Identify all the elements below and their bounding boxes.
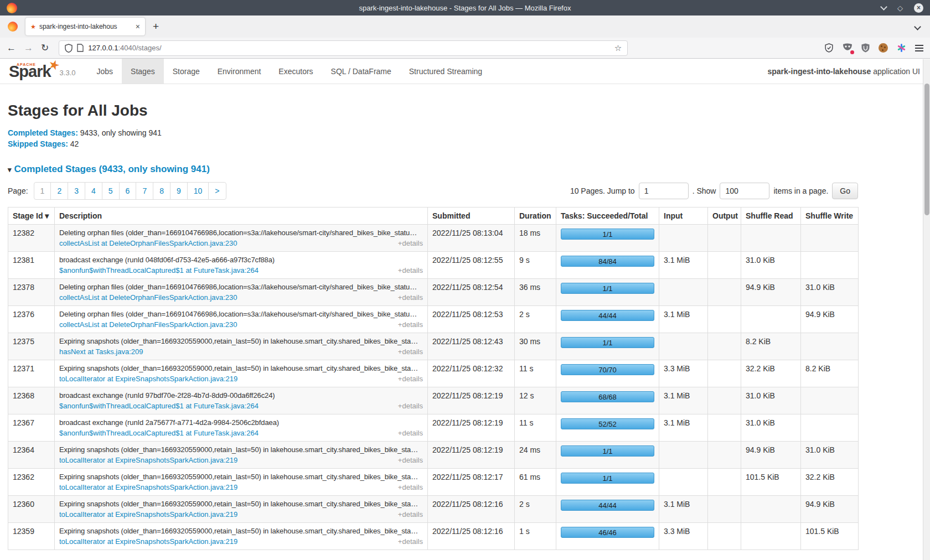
url-bar[interactable]: 127.0.0.1:4040/stages/ ☆ [59, 40, 628, 56]
stage-detail-link[interactable]: collectAsList at DeleteOrphanFilesSparkA… [59, 293, 237, 302]
tab-close-icon[interactable]: × [136, 22, 140, 31]
stage-detail-link[interactable]: collectAsList at DeleteOrphanFilesSparkA… [59, 239, 237, 247]
window-minimize-icon[interactable] [880, 3, 887, 11]
details-toggle[interactable]: +details [398, 402, 423, 410]
stage-detail-link[interactable]: toLocalIterator at ExpireSnapshotsSparkA… [59, 375, 237, 383]
page-button-4[interactable]: 4 [85, 182, 102, 200]
nav-tab-structured-streaming[interactable]: Structured Streaming [400, 59, 491, 84]
stage-detail-link[interactable]: $anonfun$withThreadLocalCaptured$1 at Fu… [59, 402, 259, 410]
privacy-mask-extension-icon[interactable] [843, 43, 852, 53]
column-header-duration[interactable]: Duration [515, 208, 556, 225]
page-button-6[interactable]: 6 [119, 182, 137, 200]
details-toggle[interactable]: +details [398, 239, 423, 247]
nav-tab-sql-dataframe[interactable]: SQL / DataFrame [322, 59, 400, 84]
column-header-input[interactable]: Input [659, 208, 708, 225]
ublock-shield-icon[interactable] [861, 43, 870, 53]
column-header-submitted[interactable]: Submitted [428, 208, 515, 225]
page-size-input[interactable] [720, 183, 769, 199]
stage-id-cell: 12378 [8, 279, 55, 306]
completed-stages-link[interactable]: Completed Stages: [8, 128, 78, 137]
column-header-description[interactable]: Description [55, 208, 428, 225]
shuffle-write-cell [801, 252, 859, 279]
input-cell [659, 442, 708, 469]
stage-detail-link[interactable]: hasNext at Tasks.java:209 [59, 348, 143, 356]
page-button-2[interactable]: 2 [50, 182, 68, 200]
back-button[interactable]: ← [7, 43, 16, 53]
tasks-cell: 1/1 [556, 279, 659, 306]
page-button-3[interactable]: 3 [68, 182, 85, 200]
bookmark-star-icon[interactable]: ☆ [614, 43, 622, 53]
menu-icon[interactable] [915, 45, 923, 51]
container-asterisk-icon[interactable] [897, 43, 906, 53]
details-toggle[interactable]: +details [398, 483, 423, 491]
duration-cell: 36 ms [515, 279, 556, 306]
column-header-tasks-succeeded-total[interactable]: Tasks: Succeeded/Total [556, 208, 659, 225]
cookie-extension-icon[interactable] [879, 43, 888, 53]
stage-detail-link[interactable]: toLocalIterator at ExpireSnapshotsSparkA… [59, 456, 237, 464]
details-toggle[interactable]: +details [398, 293, 423, 302]
shuffle-read-cell [741, 225, 801, 252]
column-header-stage-id[interactable]: Stage Id ▾ [8, 208, 55, 225]
description-cell: broadcast exchange (runId 2a75677f-a771-… [55, 414, 428, 442]
stage-detail-link[interactable]: toLocalIterator at ExpireSnapshotsSparkA… [59, 483, 237, 491]
column-header-output[interactable]: Output [708, 208, 741, 225]
page-info-icon[interactable] [77, 44, 84, 52]
tasks-progress-bar: 1/1 [561, 337, 654, 348]
duration-cell: 18 ms [515, 225, 556, 252]
shuffle-write-cell [801, 225, 859, 252]
output-cell [708, 306, 741, 333]
completed-stages-section-header[interactable]: ▾ Completed Stages (9433, only showing 9… [8, 164, 930, 175]
stage-detail-link[interactable]: $anonfun$withThreadLocalCaptured$1 at Fu… [59, 429, 259, 437]
nav-tab-storage[interactable]: Storage [164, 59, 209, 84]
nav-tab-environment[interactable]: Environment [209, 59, 270, 84]
forward-button[interactable]: → [24, 43, 33, 53]
page-button->[interactable]: > [208, 182, 226, 200]
details-toggle[interactable]: +details [398, 429, 423, 437]
page-button-7[interactable]: 7 [136, 182, 153, 200]
firefox-view-icon[interactable] [8, 22, 18, 32]
nav-tab-stages[interactable]: Stages [122, 59, 164, 84]
stage-detail-link[interactable]: toLocalIterator at ExpireSnapshotsSparkA… [59, 510, 237, 518]
page-button-5[interactable]: 5 [102, 182, 120, 200]
spark-logo[interactable]: APACHE Spark★ 3.3.0 [0, 59, 80, 84]
stage-detail-link[interactable]: collectAsList at DeleteOrphanFilesSparkA… [59, 320, 237, 329]
details-toggle[interactable]: +details [398, 348, 423, 356]
go-button[interactable]: Go [832, 183, 858, 199]
window-maximize-icon[interactable]: ◇ [897, 4, 903, 12]
stage-description: Expiring snapshots (older_than=166932055… [59, 364, 423, 372]
page-button-1[interactable]: 1 [34, 182, 51, 200]
details-toggle[interactable]: +details [398, 456, 423, 464]
details-toggle[interactable]: +details [398, 375, 423, 383]
column-header-shuffle-write[interactable]: Shuffle Write [801, 208, 859, 225]
shuffle-write-cell: 31.0 KiB [801, 279, 859, 306]
details-toggle[interactable]: +details [398, 320, 423, 329]
column-header-shuffle-read[interactable]: Shuffle Read [741, 208, 801, 225]
tasks-progress-bar: 68/68 [561, 391, 654, 402]
page-button-8[interactable]: 8 [153, 182, 170, 200]
window-close-icon[interactable]: × [914, 3, 923, 13]
permissions-shield-icon[interactable] [65, 44, 73, 53]
reload-button[interactable]: ↻ [41, 43, 49, 53]
jump-to-input[interactable] [639, 183, 689, 199]
shuffle-read-cell: 31.0 KiB [741, 414, 801, 442]
shuffle-write-cell: 94.9 KiB [801, 496, 859, 523]
page-button-10[interactable]: 10 [187, 182, 209, 200]
details-toggle[interactable]: +details [398, 510, 423, 518]
shuffle-write-cell: 8.2 KiB [801, 360, 859, 387]
stage-detail-link[interactable]: toLocalIterator at ExpireSnapshotsSparkA… [59, 537, 237, 546]
details-toggle[interactable]: +details [398, 266, 423, 274]
skipped-stages-link[interactable]: Skipped Stages: [8, 139, 68, 148]
page-scrollbar[interactable] [923, 59, 930, 560]
table-row: 12381 broadcast exchange (runId 048fd06f… [8, 252, 859, 279]
tasks-progress-bar: 52/52 [561, 418, 654, 429]
stage-detail-link[interactable]: $anonfun$withThreadLocalCaptured$1 at Fu… [59, 266, 259, 274]
browser-tab[interactable]: ★ spark-ingest-into-lakehous × [25, 18, 145, 35]
shield-check-extension-icon[interactable] [824, 43, 834, 53]
nav-tab-jobs[interactable]: Jobs [88, 59, 122, 84]
details-toggle[interactable]: +details [398, 537, 423, 546]
list-tabs-chevron-icon[interactable] [914, 23, 921, 30]
nav-tab-executors[interactable]: Executors [270, 59, 322, 84]
scrollbar-thumb[interactable] [924, 84, 929, 215]
new-tab-button[interactable]: + [153, 20, 159, 33]
page-button-9[interactable]: 9 [170, 182, 188, 200]
